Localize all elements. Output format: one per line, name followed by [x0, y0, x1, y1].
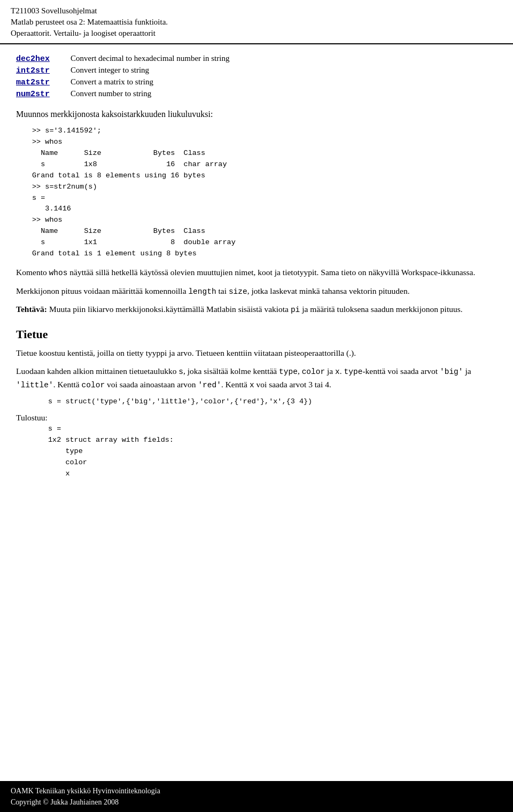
prose2-mid: tai — [216, 286, 229, 295]
function-row-num2str: num2str Convert number to string — [16, 89, 497, 99]
func-desc-mat2str: Convert a matrix to string — [71, 77, 153, 87]
tehtava-text2: käyttämällä Matlabin sisäistä vakiota — [166, 304, 291, 314]
func-name-mat2str[interactable]: mat2str — [16, 78, 64, 87]
tietue-p2-big: 'big' — [440, 368, 463, 376]
tietue-p2-red: 'red' — [198, 381, 221, 389]
tehtava-code-pi: pi — [291, 306, 300, 314]
tietue-prose2: Luodaan kahden alkion mittainen tietueta… — [16, 365, 497, 391]
prose2-end: , jotka laskevat minkä tahansa vektorin … — [247, 286, 410, 295]
tietue-p2-type: type — [344, 368, 363, 376]
tietue-prose1: Tietue koostuu kentistä, joilla on tiett… — [16, 347, 497, 360]
func-desc-int2str: Convert integer to string — [71, 66, 149, 75]
prose1-text: Komento — [16, 268, 49, 277]
main-content: dec2hex Convert decimal to hexadecimal n… — [0, 44, 513, 781]
tulostuu-label: Tulostuu: — [16, 413, 497, 423]
tehtava-text1: Muuta piin likiarvo merkkijonoksi. — [47, 304, 166, 314]
tietue-p2-mid: , joka sisältää kolme kenttää — [183, 366, 279, 376]
page-wrapper: T211003 Sovellusohjelmat Matlab perustee… — [0, 0, 513, 812]
tietue-p2-text3: . Kenttä — [53, 380, 82, 389]
tietue-p2-color: color — [82, 381, 105, 389]
prose1-code: whos — [49, 269, 68, 277]
prose2-code2: size — [229, 287, 247, 296]
func-name-num2str[interactable]: num2str — [16, 90, 64, 99]
function-row-dec2hex: dec2hex Convert decimal to hexadecimal n… — [16, 54, 497, 64]
function-table: dec2hex Convert decimal to hexadecimal n… — [16, 54, 497, 99]
func-name-int2str[interactable]: int2str — [16, 66, 64, 75]
func-desc-num2str: Convert number to string — [71, 89, 151, 98]
prose-length-size: Merkkijonon pituus voidaan määrittää kom… — [16, 285, 497, 298]
footer-line2: Copyright © Jukka Jauhiainen 2008 — [11, 797, 502, 808]
function-row-mat2str: mat2str Convert a matrix to string — [16, 77, 497, 87]
header-line2: Matlab perusteet osa 2: Matemaattisia fu… — [11, 17, 502, 28]
tietue-p2-code4: x — [335, 368, 340, 376]
func-desc-dec2hex: Convert decimal to hexadecimal number in… — [71, 54, 229, 63]
struct-code: s = struct('type',{'big','little'},'colo… — [16, 396, 497, 408]
tietue-p2-x: x — [250, 381, 254, 389]
output-block: s = 1x2 struct array with fields: type c… — [16, 424, 497, 480]
prose1-rest: näyttää sillä hetkellä käytössä olevien … — [67, 268, 475, 277]
tietue-p2-text5: . Kenttä — [221, 380, 250, 389]
tietue-p2-text4: voi saada ainoastaan arvon — [105, 380, 198, 389]
tehtava-text3: ja määritä tuloksena saadun merkkijonon … — [300, 304, 462, 314]
header: T211003 Sovellusohjelmat Matlab perustee… — [0, 0, 513, 44]
tietue-p2-text6: voi saada arvot 3 tai 4. — [254, 380, 331, 389]
footer-line1: OAMK Tekniikan yksikkö Hyvinvointiteknol… — [11, 785, 502, 797]
tehtava-prose: Tehtävä: Muuta piin likiarvo merkkijonok… — [16, 303, 497, 316]
tietue-p2-start: Luodaan kahden alkion mittainen tietueta… — [16, 366, 178, 376]
tietue-p2-text1: -kenttä voi saada arvot — [362, 366, 440, 376]
tietue-p2-code3: color — [302, 368, 325, 376]
tietue-p2-code1: s — [178, 368, 183, 376]
section-heading-tietue: Tietue — [16, 327, 497, 341]
tietue-p2-end: . — [340, 366, 344, 376]
function-row-int2str: int2str Convert integer to string — [16, 66, 497, 75]
tietue-p2-cont: , — [298, 366, 302, 376]
prose2-code1: length — [188, 287, 216, 296]
tietue-p2-little: 'little' — [16, 381, 53, 389]
header-line3: Operaattorit. Vertailu- ja loogiset oper… — [11, 28, 502, 39]
muunnos-title: Muunnos merkkijonosta kaksoistarkkuuden … — [16, 110, 497, 119]
header-line1: T211003 Sovellusohjelmat — [11, 5, 502, 17]
tietue-p2-code2: type — [279, 368, 298, 376]
tietue-p2-text2: ja — [463, 366, 471, 376]
footer: OAMK Tekniikan yksikkö Hyvinvointiteknol… — [0, 781, 513, 812]
tietue-p2-cont2: ja — [325, 366, 335, 376]
code-block-1: >> s='3.141592'; >> whos Name Size Bytes… — [16, 124, 497, 261]
tehtava-label: Tehtävä: — [16, 304, 47, 314]
prose2-start: Merkkijonon pituus voidaan määrittää kom… — [16, 286, 188, 295]
prose-whos: Komento whos näyttää sillä hetkellä käyt… — [16, 266, 497, 279]
func-name-dec2hex[interactable]: dec2hex — [16, 54, 64, 64]
